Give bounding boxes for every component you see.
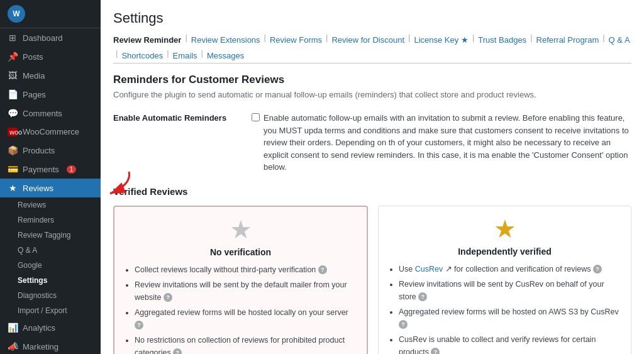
list-item: No restrictions on collection of reviews… (135, 334, 357, 355)
tab-review-forms[interactable]: Review Forms (270, 33, 322, 47)
section-desc: Configure the plugin to send automatic o… (113, 90, 631, 99)
cusrev-link[interactable]: CusRev (415, 265, 443, 274)
help-icon[interactable]: ? (164, 293, 172, 302)
sidebar-item-label: Posts (23, 52, 43, 62)
comments-icon: 💬 (8, 108, 18, 118)
payments-badge: 1 (67, 165, 77, 174)
enable-reminders-label: Enable Automatic Reminders (113, 112, 239, 123)
analytics-icon: 📊 (8, 323, 18, 333)
payments-icon: 💳 (8, 164, 18, 174)
sidebar-item-label: WooCommerce (23, 127, 79, 136)
enable-reminders-checkbox[interactable] (252, 113, 260, 121)
tab-navigation: Review Reminder | Review Extensions | Re… (113, 33, 631, 64)
list-item: Aggregated review forms will be hosted o… (399, 306, 621, 331)
submenu-diagnostics[interactable]: Diagnostics (0, 288, 101, 303)
tab-license-key[interactable]: License Key ★ (414, 33, 468, 47)
tab-review-discount[interactable]: Review for Discount (331, 33, 404, 47)
submenu-settings[interactable]: Settings (0, 273, 101, 288)
sidebar-item-label: Payments (23, 165, 59, 174)
sidebar-item-label: Media (23, 71, 45, 80)
no-verification-title: No verification (125, 247, 357, 257)
tab-review-extensions[interactable]: Review Extensions (191, 33, 260, 47)
submenu-import-export[interactable]: Import / Export (0, 303, 101, 318)
no-verification-list: Collect reviews locally without third-pa… (125, 263, 357, 355)
sidebar: W ⊞ Dashboard 📌 Posts 🖼 Media 📄 Pages 💬 … (0, 0, 101, 354)
verification-cards: ★ No verification Collect reviews locall… (113, 206, 631, 355)
tab-messages[interactable]: Messages (207, 48, 244, 63)
sidebar-item-pages[interactable]: 📄 Pages (0, 85, 101, 104)
section-title: Reminders for Customer Reviews (113, 74, 631, 86)
submenu-review-tagging[interactable]: Review Tagging (0, 228, 101, 243)
help-icon[interactable]: ? (593, 265, 602, 274)
help-icon[interactable]: ? (399, 320, 408, 329)
tab-review-reminder[interactable]: Review Reminder (113, 33, 181, 47)
card-no-verification[interactable]: ★ No verification Collect reviews locall… (113, 206, 368, 355)
sidebar-item-label: Dashboard (23, 33, 63, 43)
sidebar-item-products[interactable]: 📦 Products (0, 141, 101, 160)
sidebar-item-comments[interactable]: 💬 Comments (0, 104, 101, 123)
list-item: CusRev is unable to collect and verify r… (399, 333, 621, 355)
dashboard-icon: ⊞ (8, 33, 18, 43)
sidebar-item-label: Marketing (23, 342, 58, 351)
sidebar-item-label: Comments (23, 109, 62, 118)
list-item: Aggregated review forms will be hosted l… (135, 306, 357, 331)
independently-verified-list: Use CusRev ↗ for collection and verifica… (389, 263, 621, 355)
media-icon: 🖼 (8, 70, 18, 80)
tab-trust-badges[interactable]: Trust Badges (478, 33, 526, 47)
card-independently-verified[interactable]: ★ Independently verified Use CusRev ↗ fo… (378, 206, 631, 355)
help-icon[interactable]: ? (431, 348, 440, 354)
sidebar-item-marketing[interactable]: 📣 Marketing (0, 337, 101, 354)
help-icon[interactable]: ? (173, 348, 182, 354)
page-title: Settings (113, 10, 631, 26)
sidebar-item-label: Products (23, 146, 55, 155)
tab-qa[interactable]: Q & A (609, 33, 630, 47)
list-item: Use CusRev ↗ for collection and verifica… (399, 263, 621, 275)
sidebar-item-dashboard[interactable]: ⊞ Dashboard (0, 28, 101, 47)
tab-shortcodes[interactable]: Shortcodes (121, 48, 163, 63)
reviews-icon: ★ (8, 183, 18, 193)
submenu-reviews[interactable]: Reviews (0, 197, 101, 213)
enable-reminders-text: Enable automatic follow-up emails with a… (264, 112, 631, 174)
products-icon: 📦 (8, 145, 18, 155)
sidebar-item-woocommerce[interactable]: woo WooCommerce (0, 123, 101, 141)
wp-logo: W (8, 5, 25, 23)
tab-referral-program[interactable]: Referral Program (536, 33, 599, 47)
sidebar-item-payments[interactable]: 💳 Payments 1 (0, 160, 101, 179)
enable-reminders-row: Enable Automatic Reminders Enable automa… (113, 112, 631, 174)
list-item: Review invitations will be sent by the d… (135, 279, 357, 304)
reviews-submenu: Reviews Reminders Review Tagging Q & A G… (0, 197, 101, 318)
no-verification-star: ★ (125, 217, 357, 242)
enable-reminders-checkbox-label[interactable]: Enable automatic follow-up emails with a… (252, 112, 631, 174)
sidebar-item-posts[interactable]: 📌 Posts (0, 47, 101, 66)
help-icon[interactable]: ? (418, 292, 427, 301)
independently-verified-title: Independently verified (389, 246, 621, 257)
sidebar-logo: W (0, 0, 101, 28)
submenu-reminders[interactable]: Reminders (0, 213, 101, 228)
list-item: Collect reviews locally without third-pa… (135, 263, 357, 276)
pages-icon: 📄 (8, 89, 18, 99)
verified-section-title: Verified Reviews (113, 186, 631, 197)
tab-emails[interactable]: Emails (173, 48, 197, 63)
help-icon[interactable]: ? (318, 265, 327, 274)
submenu-qa[interactable]: Q & A (0, 243, 101, 258)
sidebar-item-label: Reviews (23, 184, 53, 193)
list-item: Review invitations will be sent by CusRe… (399, 278, 621, 303)
independently-verified-star: ★ (389, 216, 621, 241)
enable-reminders-content: Enable automatic follow-up emails with a… (252, 112, 631, 174)
submenu-google[interactable]: Google (0, 258, 101, 273)
sidebar-item-media[interactable]: 🖼 Media (0, 66, 101, 85)
woo-icon: woo (8, 128, 18, 136)
sidebar-item-label: Analytics (23, 323, 55, 333)
help-icon[interactable]: ? (135, 321, 143, 329)
marketing-icon: 📣 (8, 341, 18, 351)
sidebar-item-reviews[interactable]: ★ Reviews (0, 179, 101, 197)
main-content: Settings Review Reminder | Review Extens… (101, 0, 644, 354)
sidebar-item-analytics[interactable]: 📊 Analytics (0, 318, 101, 337)
posts-icon: 📌 (8, 52, 18, 62)
sidebar-item-label: Pages (23, 90, 46, 99)
